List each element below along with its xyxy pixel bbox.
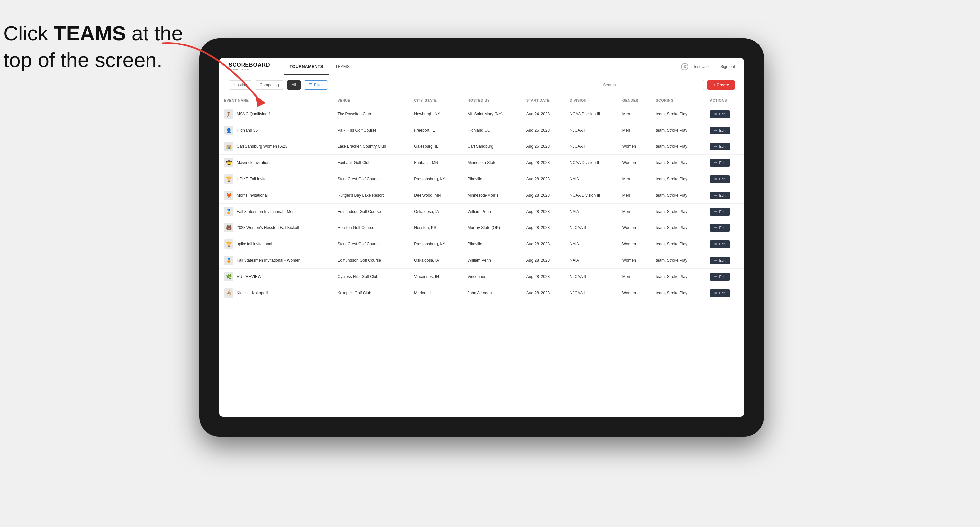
cell-venue: Edmundson Golf Course [333, 252, 410, 269]
cell-division: NJCAA II [565, 269, 617, 285]
event-name-text: MSMC Qualifying 1 [237, 111, 271, 116]
tab-tournaments[interactable]: TOURNAMENTS [284, 59, 329, 75]
edit-button[interactable]: ✏ Edit [710, 110, 730, 118]
tab-teams[interactable]: TEAMS [329, 59, 356, 75]
cell-scoring: team, Stroke Play [651, 122, 705, 138]
team-icon: 🦂 [224, 288, 233, 298]
edit-label: Edit [719, 161, 725, 165]
cell-hosted-by: Pikeville [463, 171, 522, 187]
cell-hosted-by: Vincennes [463, 269, 522, 285]
cell-start-date: Aug 28, 2023 [522, 236, 565, 252]
cell-gender: Men [617, 203, 651, 220]
edit-button[interactable]: ✏ Edit [710, 289, 730, 297]
cell-gender: Women [617, 220, 651, 236]
cell-venue: Lake Bracken Country Club [333, 138, 410, 155]
cell-city-state: Faribault, MN [409, 155, 463, 171]
cell-hosted-by: Minnesota-Morris [463, 187, 522, 203]
table-row: 🏆 upike fall invitational StoneCrest Gol… [219, 236, 744, 252]
search-input[interactable] [598, 80, 704, 90]
cell-gender: Men [617, 269, 651, 285]
edit-button[interactable]: ✏ Edit [710, 208, 730, 216]
cell-hosted-by: Minnesota State [463, 155, 522, 171]
cell-venue: Hesston Golf Course [333, 220, 410, 236]
cell-city-state: Freeport, IL [409, 122, 463, 138]
edit-button[interactable]: ✏ Edit [710, 257, 730, 264]
cell-gender: Women [617, 236, 651, 252]
cell-division: NCAA Division III [565, 187, 617, 203]
cell-city-state: Oskaloosa, IA [409, 203, 463, 220]
cell-scoring: team, Stroke Play [651, 203, 705, 220]
cell-scoring: team, Stroke Play [651, 285, 705, 301]
edit-button[interactable]: ✏ Edit [710, 143, 730, 151]
cell-hosted-by: Pikeville [463, 236, 522, 252]
table-row: 🤠 Maverick Invitational Faribault Golf C… [219, 155, 744, 171]
col-actions: ACTIONS [705, 95, 744, 106]
event-name-text: Maverick Invitational [237, 160, 273, 165]
table-row: 🐻 2023 Women's Hesston Fall Kickoff Hess… [219, 220, 744, 236]
edit-button[interactable]: ✏ Edit [710, 224, 730, 232]
instruction-bold: TEAMS [54, 22, 126, 44]
logo-title: SCOREBOARD [229, 62, 270, 68]
cell-event-name: 🏅 Fall Statesmen Invitational - Men [219, 203, 333, 220]
event-name-text: Carl Sandburg Women FA23 [237, 144, 287, 149]
edit-icon: ✏ [714, 112, 717, 116]
edit-icon: ✏ [714, 291, 717, 295]
competing-button[interactable]: Competing [255, 80, 284, 90]
cell-start-date: Aug 28, 2023 [522, 155, 565, 171]
cell-actions: ✏ Edit [705, 252, 744, 269]
create-button[interactable]: + Create [707, 80, 735, 90]
col-city-state: CITY, STATE [409, 95, 463, 106]
cell-scoring: team, Stroke Play [651, 269, 705, 285]
cell-gender: Men [617, 171, 651, 187]
cell-start-date: Aug 28, 2023 [522, 252, 565, 269]
cell-scoring: team, Stroke Play [651, 106, 705, 122]
cell-city-state: Vincennes, IN [409, 269, 463, 285]
cell-event-name: 🏆 upike fall invitational [219, 236, 333, 252]
filter-button[interactable]: ☰ Filter [304, 80, 328, 90]
cell-gender: Men [617, 106, 651, 122]
event-name-text: Highland 36 [237, 128, 258, 132]
cell-scoring: team, Stroke Play [651, 252, 705, 269]
cell-hosted-by: Mt. Saint Mary (NY) [463, 106, 522, 122]
event-name-text: Fall Statesmen Invitational - Men [237, 209, 295, 214]
col-gender: GENDER [617, 95, 651, 106]
cell-gender: Women [617, 285, 651, 301]
tablet-screen: SCOREBOARD Powered by clipd TOURNAMENTS … [219, 58, 744, 417]
cell-hosted-by: William Penn [463, 252, 522, 269]
edit-button[interactable]: ✏ Edit [710, 192, 730, 199]
event-name-text: VU PREVIEW [237, 274, 261, 279]
all-button[interactable]: All [287, 80, 301, 90]
edit-label: Edit [719, 112, 725, 116]
toolbar: Hosting Competing All ☰ Filter + Create [219, 75, 744, 95]
team-icon: 🌿 [224, 272, 233, 281]
edit-label: Edit [719, 177, 725, 181]
hosting-button[interactable]: Hosting [229, 80, 252, 90]
col-scoring: SCORING [651, 95, 705, 106]
col-event-name: EVENT NAME [219, 95, 333, 106]
edit-button[interactable]: ✏ Edit [710, 273, 730, 281]
settings-icon[interactable]: ⚙ [681, 63, 688, 70]
cell-venue: Faribault Golf Club [333, 155, 410, 171]
team-icon: 🏆 [224, 240, 233, 249]
edit-icon: ✏ [714, 258, 717, 263]
edit-button[interactable]: ✏ Edit [710, 159, 730, 167]
table-row: 🦂 Klash at Kokopelli Kokopelli Golf Club… [219, 285, 744, 301]
team-icon: 🤠 [224, 158, 233, 167]
cell-division: NAIA [565, 236, 617, 252]
team-icon: 🐻 [224, 223, 233, 232]
sign-out-link[interactable]: Sign out [720, 64, 735, 69]
edit-button[interactable]: ✏ Edit [710, 127, 730, 134]
cell-hosted-by: William Penn [463, 203, 522, 220]
table-header-row: EVENT NAME VENUE CITY, STATE HOSTED BY S… [219, 95, 744, 106]
edit-button[interactable]: ✏ Edit [710, 175, 730, 183]
cell-actions: ✏ Edit [705, 187, 744, 203]
cell-hosted-by: Murray State (OK) [463, 220, 522, 236]
edit-button[interactable]: ✏ Edit [710, 240, 730, 248]
cell-event-name: 🏅 Fall Statesmen Invitational - Women [219, 252, 333, 269]
col-hosted-by: HOSTED BY [463, 95, 522, 106]
cell-event-name: 🏆 UPIKE Fall Invite [219, 171, 333, 187]
edit-label: Edit [719, 128, 725, 132]
cell-city-state: Galesburg, IL [409, 138, 463, 155]
cell-division: NJCAA I [565, 285, 617, 301]
table-row: 🏅 Fall Statesmen Invitational - Men Edmu… [219, 203, 744, 220]
